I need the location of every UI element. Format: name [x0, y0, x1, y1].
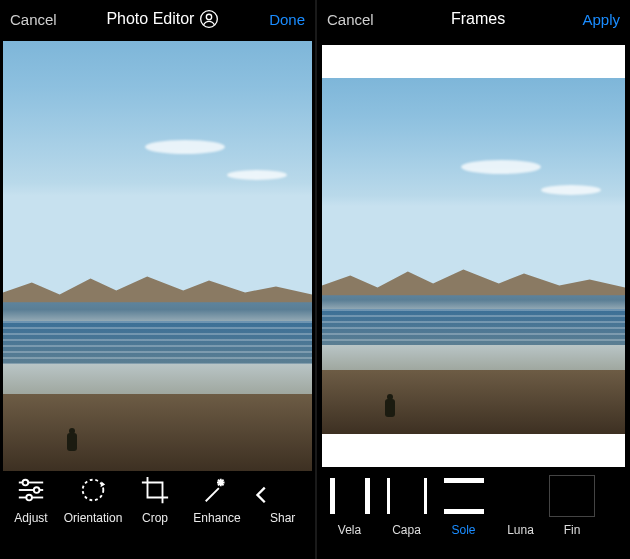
person-in-photo [383, 394, 397, 420]
done-button[interactable]: Done [269, 11, 305, 28]
frames-photo[interactable] [320, 41, 627, 471]
frame-label: Luna [507, 523, 534, 537]
orientation-icon [78, 475, 108, 505]
tool-label: Adjust [14, 511, 47, 525]
svg-point-6 [34, 487, 40, 493]
tool-enhance[interactable]: Enhance [186, 475, 248, 525]
frame-label: Vela [338, 523, 361, 537]
frame-label: Capa [392, 523, 421, 537]
editor-title-text: Photo Editor [106, 10, 194, 28]
tools-toolbar: Adjust Orientation Crop Enhance [0, 467, 315, 559]
frame-label: Fin [564, 523, 581, 537]
frame-thumb-icon [549, 475, 595, 517]
enhance-icon [202, 475, 232, 505]
frame-option-sole[interactable]: Sole [435, 475, 492, 537]
app-root: Cancel Photo Editor Done [0, 0, 630, 559]
tool-crop[interactable]: Crop [124, 475, 186, 525]
tool-label: Crop [142, 511, 168, 525]
frame-option-fine[interactable]: Fin [549, 475, 595, 537]
profile-icon [199, 9, 219, 29]
frame-thumb-icon [327, 475, 373, 517]
editor-title: Photo Editor [106, 9, 219, 29]
tool-label: Shar [270, 511, 295, 525]
tool-label: Enhance [193, 511, 240, 525]
tool-adjust[interactable]: Adjust [0, 475, 62, 525]
svg-point-7 [26, 495, 32, 501]
apply-button[interactable]: Apply [582, 11, 620, 28]
beach-image [322, 78, 625, 434]
tool-sharp[interactable]: Shar [270, 475, 306, 525]
svg-point-5 [23, 480, 29, 486]
crop-icon [140, 475, 170, 505]
frame-thumb-icon [441, 475, 487, 517]
applied-frame-sole [322, 45, 625, 467]
frames-title: Frames [451, 10, 505, 28]
frame-thumb-icon [384, 475, 430, 517]
cancel-button[interactable]: Cancel [10, 11, 57, 28]
editor-header: Cancel Photo Editor Done [0, 0, 315, 38]
frame-thumb-icon [498, 475, 544, 517]
frames-strip[interactable]: Vela Capa Sole Luna Fin [317, 467, 630, 559]
editor-photo[interactable] [3, 41, 312, 471]
frame-option-vela[interactable]: Vela [321, 475, 378, 537]
frame-option-capa[interactable]: Capa [378, 475, 435, 537]
tool-orientation[interactable]: Orientation [62, 475, 124, 525]
frame-option-luna[interactable]: Luna [492, 475, 549, 537]
beach-image [3, 41, 312, 471]
svg-point-8 [83, 480, 104, 501]
screen-editor: Cancel Photo Editor Done [0, 0, 315, 559]
screen-frames: Cancel Frames Apply [315, 0, 630, 559]
cancel-button[interactable]: Cancel [327, 11, 374, 28]
tool-label: Orientation [64, 511, 123, 525]
frames-header: Cancel Frames Apply [317, 0, 630, 38]
adjust-icon [16, 475, 46, 505]
person-in-photo [65, 428, 79, 454]
svg-point-1 [207, 14, 212, 19]
frame-label: Sole [451, 523, 475, 537]
